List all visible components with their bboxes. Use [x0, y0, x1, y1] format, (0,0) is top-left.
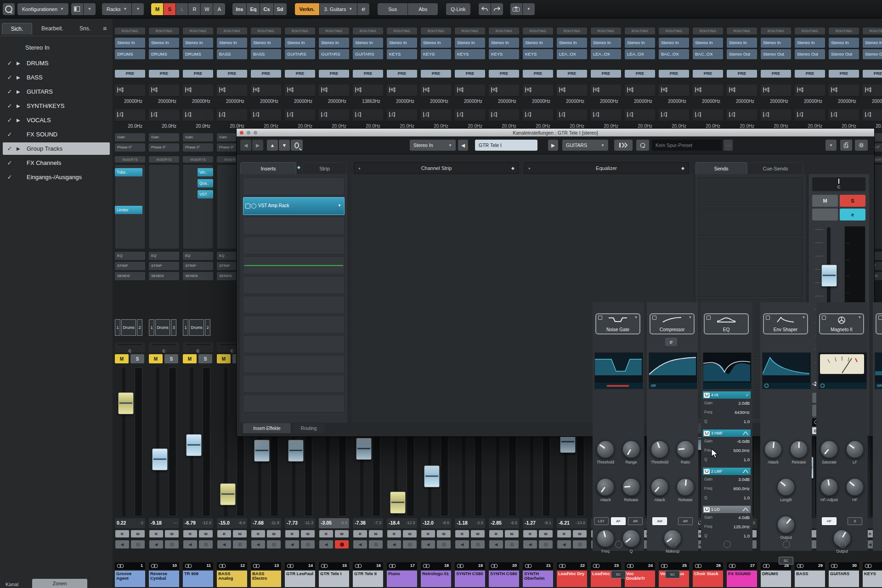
- inserts-rack-header[interactable]: INSERTS: [149, 156, 179, 163]
- functions-dropdown-icon[interactable]: ▼: [825, 140, 837, 151]
- write-automation-button[interactable]: W: [641, 530, 655, 537]
- channel-name[interactable]: SYNTH Oberheim: [523, 571, 553, 587]
- input-routing-slot[interactable]: Stereo In: [183, 38, 213, 48]
- channel-name[interactable]: SYNTH CS80: [455, 571, 485, 587]
- output-routing-slot[interactable]: Stereo Out: [761, 49, 791, 59]
- record-enable-button[interactable]: [131, 540, 145, 548]
- input-routing-slot[interactable]: Stereo In: [217, 38, 247, 48]
- write-automation-button[interactable]: W: [607, 530, 621, 537]
- high-cut-freq[interactable]: 20000Hz: [489, 97, 519, 106]
- insert-slot-12[interactable]: [243, 395, 345, 413]
- low-cut-filter[interactable]: LC: [693, 109, 723, 121]
- window-titlebar[interactable]: Kanaleinstellungen : GTR Tele I [stereo]: [237, 129, 874, 136]
- monitor-button[interactable]: ◀: [217, 540, 231, 548]
- solo-button[interactable]: S: [878, 354, 882, 363]
- channel-name[interactable]: Reverse Cymbal: [149, 571, 179, 587]
- rack-toggle-sd[interactable]: Sd: [274, 3, 287, 15]
- mute-button[interactable]: M: [183, 354, 197, 363]
- channel-name[interactable]: TR 909: [183, 571, 213, 587]
- output-routing-select[interactable]: GUITARS▼: [562, 140, 608, 151]
- sidebar-item-eingangs-ausgangs[interactable]: ✓Eingangs-/Ausgangs: [3, 171, 110, 183]
- channel-name[interactable]: Groove Agent: [115, 571, 145, 587]
- pre-gain-button[interactable]: PRE: [353, 70, 383, 78]
- send-slot-6[interactable]: [698, 329, 803, 357]
- read-automation-button[interactable]: R: [489, 530, 503, 537]
- pre-gain-button[interactable]: PRE: [557, 70, 587, 78]
- high-cut-freq[interactable]: 13863Hz: [353, 97, 383, 106]
- high-cut-filter[interactable]: HC: [115, 85, 145, 96]
- record-enable-button[interactable]: [607, 540, 621, 548]
- channel-strip-header[interactable]: ● Channel Strip ◆: [354, 162, 519, 174]
- monitor-button[interactable]: ◀: [421, 540, 435, 548]
- record-enable-button[interactable]: [335, 540, 349, 548]
- record-enable-button[interactable]: [505, 540, 519, 548]
- low-cut-freq[interactable]: 20.0Hz: [115, 122, 145, 130]
- output-routing-slot[interactable]: DRUMS: [115, 49, 145, 59]
- sidebar-item-fx-channels[interactable]: ✓FX Channels: [3, 157, 110, 169]
- monitor-button[interactable]: ◀: [183, 540, 197, 548]
- monitor-button[interactable]: ◀: [251, 540, 265, 548]
- write-automation-button[interactable]: W: [403, 530, 417, 537]
- insert-slot-8[interactable]: [243, 316, 345, 334]
- insert-slot-plugin[interactable]: Qua..: [198, 179, 213, 187]
- record-enable-button[interactable]: [369, 540, 383, 548]
- read-automation-button[interactable]: R: [761, 530, 775, 537]
- eq-rack-button[interactable]: EQ: [183, 252, 213, 260]
- input-routing-slot[interactable]: Stereo In: [863, 38, 882, 48]
- pan-control[interactable]: C: [149, 342, 179, 352]
- phase-control[interactable]: Phase 0°: [149, 143, 179, 152]
- high-cut-freq[interactable]: 20000Hz: [727, 97, 757, 106]
- tab-visibility[interactable]: Sich.: [2, 23, 32, 34]
- pre-gain-button[interactable]: PRE: [319, 70, 349, 78]
- input-routing-slot[interactable]: Stereo In: [761, 38, 791, 48]
- sidebar-item-synth-keys[interactable]: ✓▶SYNTH/KEYS: [3, 100, 110, 112]
- tab-insert-effekte[interactable]: Insert-Effekte: [243, 423, 291, 433]
- high-cut-filter[interactable]: HC: [217, 85, 247, 96]
- high-cut-filter[interactable]: HC: [387, 85, 417, 96]
- fader-handle[interactable]: [288, 440, 304, 462]
- read-automation-button[interactable]: R: [183, 530, 197, 537]
- output-routing-slot[interactable]: LEA..OX: [557, 49, 587, 59]
- input-routing-slot[interactable]: Stereo In: [693, 38, 723, 48]
- high-cut-freq[interactable]: 20000Hz: [319, 97, 349, 106]
- fader-handle[interactable]: [821, 265, 837, 287]
- window-layout-icon[interactable]: [71, 3, 83, 15]
- high-cut-freq[interactable]: 20000Hz: [625, 97, 655, 106]
- record-enable-button[interactable]: [437, 540, 451, 548]
- minimize-icon[interactable]: [247, 131, 250, 135]
- sends-rack-button[interactable]: SENDS: [149, 272, 179, 280]
- bottom-tab-zonen[interactable]: Zonen: [32, 579, 87, 588]
- routing-rack-header[interactable]: ROUTING: [217, 28, 247, 34]
- tab-edit[interactable]: Bearbeit.: [33, 23, 72, 34]
- filter-w-button[interactable]: W: [201, 3, 213, 15]
- input-routing-slot[interactable]: Stereo In: [659, 38, 689, 48]
- output-routing-slot[interactable]: Stereo Out: [863, 49, 882, 59]
- channel-name[interactable]: GTR Tele II: [353, 571, 383, 587]
- write-automation-button[interactable]: W: [573, 530, 587, 537]
- pre-gain-button[interactable]: PRE: [625, 70, 655, 78]
- read-automation-button[interactable]: R: [591, 530, 605, 537]
- high-cut-filter[interactable]: HC: [829, 85, 859, 96]
- high-cut-filter[interactable]: HC: [319, 85, 349, 96]
- preset-more-icon[interactable]: ⋯: [724, 140, 733, 151]
- routing-rack-header[interactable]: ROUTING: [591, 28, 621, 34]
- routing-rack-header[interactable]: ROUTING: [523, 28, 553, 34]
- record-enable-button[interactable]: [539, 540, 553, 548]
- solo-button[interactable]: S: [164, 354, 178, 363]
- fader-track[interactable]: [122, 368, 125, 516]
- read-automation-button[interactable]: R: [217, 530, 231, 537]
- record-enable-button[interactable]: [709, 540, 723, 548]
- low-cut-filter[interactable]: LC: [625, 109, 655, 121]
- channel-name[interactable]: GTR LesPaul: [285, 571, 315, 587]
- pre-gain-button[interactable]: PRE: [489, 70, 519, 78]
- record-enable-button[interactable]: [845, 540, 859, 548]
- read-automation-button[interactable]: R: [829, 530, 843, 537]
- write-automation-button[interactable]: W: [437, 530, 451, 537]
- high-cut-filter[interactable]: HC: [183, 85, 213, 96]
- record-enable-button[interactable]: [233, 540, 247, 548]
- insert-slot-5[interactable]: [243, 256, 345, 274]
- read-automation-button[interactable]: R: [251, 530, 265, 537]
- fader-handle[interactable]: [730, 467, 746, 489]
- goto-input-icon[interactable]: ◀: [458, 140, 468, 151]
- routing-rack-header[interactable]: ROUTING: [761, 28, 791, 34]
